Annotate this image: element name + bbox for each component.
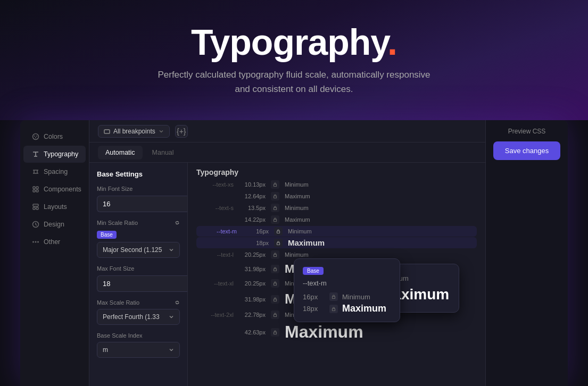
base-scale-index-select[interactable]: m [97, 342, 180, 358]
table-row-2xl-max: 42.63px Maximum [196, 321, 477, 343]
tooltip-lock-max[interactable] [329, 305, 338, 313]
svg-rect-10 [36, 207, 38, 209]
type-size-xl-max: 31.98px [239, 296, 266, 303]
lock-icon-svg-3 [273, 206, 277, 210]
type-size-xs-max: 12.64px [239, 193, 266, 199]
svg-point-14 [37, 241, 39, 243]
type-size-s-min: 13.5px [239, 205, 266, 211]
lock-icon[interactable] [271, 180, 279, 189]
hero-title: Typography. [191, 24, 397, 60]
sidebar-item-other[interactable]: Other [23, 233, 86, 250]
tab-automatic[interactable]: Automatic [98, 146, 143, 160]
max-scale-ratio-select[interactable]: Perfect Fourth (1.33 [97, 309, 180, 325]
section-title-typography: Typography [196, 163, 477, 179]
lock-icon-7[interactable] [271, 250, 279, 259]
lock-icon-4[interactable] [271, 215, 279, 224]
svg-rect-19 [274, 220, 277, 222]
svg-rect-21 [277, 242, 280, 245]
tooltip-row-min: 16px Minimum [303, 291, 391, 302]
sidebar-item-design[interactable]: Design [23, 216, 86, 233]
sidebar-item-spacing[interactable]: Spacing [23, 163, 86, 180]
svg-point-0 [33, 134, 39, 140]
type-label-xs: --text-xs [196, 181, 234, 188]
lock-icon-svg-4 [273, 217, 277, 222]
svg-rect-15 [104, 130, 110, 133]
lock-icon-svg-6 [276, 241, 280, 245]
preview-panel: Preview CSS Save changes [485, 120, 568, 386]
sidebar-label-layouts: Layouts [44, 203, 67, 211]
table-row: --text-s 13.5px Minimum [196, 202, 477, 214]
lock-icon-5[interactable] [274, 227, 283, 236]
lock-icon-tooltip-min [332, 295, 336, 299]
app-window: Colors Typography Spacing Components Lay… [20, 120, 568, 386]
tooltip-lock-min[interactable] [329, 292, 338, 301]
sidebar-item-typography[interactable]: Typography [23, 146, 86, 163]
svg-point-2 [36, 136, 37, 137]
lock-icon-12[interactable] [271, 328, 279, 337]
sidebar-item-layouts[interactable]: Layouts [23, 198, 86, 215]
type-label-s: --text-s [196, 205, 234, 211]
svg-rect-8 [33, 204, 38, 206]
type-preview-s-max: Maximum [285, 216, 310, 223]
min-scale-ratio-label: Min Scale Ratio [97, 220, 180, 226]
type-size-m-min: 16px [242, 228, 269, 234]
other-icon [32, 238, 39, 246]
type-preview-m-max: Maximum [288, 238, 325, 247]
sidebar-item-colors[interactable]: Colors [23, 128, 86, 145]
type-preview-xs-max: Maximum [285, 193, 310, 199]
lock-icon-6[interactable] [274, 239, 283, 247]
tab-manual[interactable]: Manual [145, 146, 181, 160]
breakpoints-select[interactable]: All breakpoints [98, 125, 170, 138]
lock-icon-2[interactable] [271, 192, 279, 200]
max-font-size-field: px ▲ ▼ [97, 275, 180, 292]
breakpoints-label: All breakpoints [113, 128, 155, 135]
type-label-m: --text-m [200, 228, 237, 234]
tab-bar: Automatic Manual [89, 142, 485, 163]
table-row-base: --text-m 16px Minimum [196, 226, 477, 237]
hero-title-dot: . [387, 22, 397, 62]
lock-icon-9[interactable] [271, 279, 279, 288]
topbar: All breakpoints {+} [89, 120, 485, 142]
type-size-2xl-max: 42.63px [239, 329, 266, 335]
lock-icon-tooltip-max [332, 307, 336, 311]
type-size-xs-min: 10.13px [239, 181, 266, 188]
svg-rect-30 [333, 297, 335, 299]
add-breakpoint-button[interactable]: {+} [175, 125, 188, 138]
save-changes-button[interactable]: Save changes [493, 141, 560, 160]
max-font-size-label: Max Font Size [97, 265, 180, 272]
table-row: --text-xs 10.13px Minimum [196, 179, 477, 190]
min-scale-ratio-select[interactable]: Major Second (1.125 [97, 242, 180, 258]
sync-icon-max [175, 300, 180, 305]
sidebar-item-components[interactable]: Components [23, 181, 86, 198]
lock-icon-svg-5 [276, 229, 280, 233]
lock-icon-11[interactable] [271, 311, 279, 319]
type-preview-m-min: Minimum [288, 228, 312, 234]
type-size-xl-min: 20.25px [239, 280, 266, 287]
max-font-size-input[interactable] [97, 275, 188, 292]
type-size-l-max: 31.98px [239, 266, 266, 272]
lock-icon-svg-11 [273, 313, 277, 317]
type-preview-s-min: Minimum [285, 205, 309, 211]
min-font-size-input[interactable] [97, 196, 188, 212]
lock-icon-3[interactable] [271, 204, 279, 212]
panel-title: Base Settings [97, 170, 180, 178]
lock-icon-10[interactable] [271, 295, 279, 304]
tooltip-size-max: 18px [303, 305, 325, 313]
tooltip-label: --text-m [303, 279, 391, 287]
lock-icon-8[interactable] [271, 265, 279, 273]
base-badge-min: Base [97, 231, 117, 239]
svg-rect-20 [277, 231, 280, 233]
sidebar-label-components: Components [44, 186, 81, 193]
sidebar-label-other: Other [44, 238, 60, 246]
svg-point-13 [32, 241, 34, 243]
lock-icon-svg-2 [273, 194, 277, 198]
svg-rect-31 [333, 308, 335, 311]
svg-rect-16 [274, 184, 277, 187]
breakpoints-icon [104, 128, 110, 135]
chevron-down-icon [159, 129, 164, 134]
type-icon [32, 150, 39, 158]
type-label-xl: --text-xl [196, 280, 234, 287]
svg-rect-9 [33, 207, 35, 209]
tooltip-size-min: 16px [303, 293, 325, 301]
chevron-down-icon-min [169, 247, 174, 253]
